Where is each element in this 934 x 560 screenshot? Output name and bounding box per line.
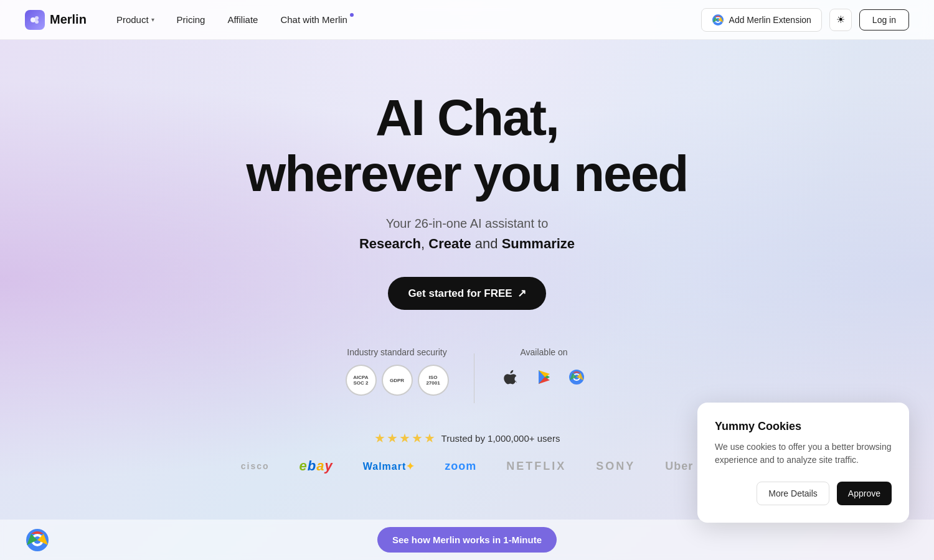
login-button[interactable]: Log in bbox=[859, 9, 909, 30]
chrome-icon bbox=[712, 14, 724, 26]
bottom-bar: See how Merlin works in 1-Minute bbox=[0, 520, 934, 560]
nav-link-affiliate[interactable]: Affiliate bbox=[217, 9, 268, 30]
see-how-button[interactable]: See how Merlin works in 1-Minute bbox=[377, 527, 557, 553]
trusted-text: Trusted by 1,000,000+ users bbox=[441, 433, 560, 444]
netflix-logo: NETFLIX bbox=[506, 460, 566, 473]
more-details-button[interactable]: More Details bbox=[757, 482, 829, 505]
chrome-icon-bottom bbox=[25, 528, 50, 555]
available-label: Available on bbox=[520, 347, 567, 357]
approve-button[interactable]: Approve bbox=[837, 482, 892, 505]
svg-point-2 bbox=[35, 20, 39, 24]
star-rating: ★★★★★ bbox=[374, 431, 436, 446]
security-label: Industry standard security bbox=[347, 347, 446, 357]
stars-row: ★★★★★ Trusted by 1,000,000+ users bbox=[374, 431, 560, 446]
iso-badge: ISO27001 bbox=[418, 365, 449, 396]
zoom-logo: zoom bbox=[445, 460, 476, 473]
cisco-logo: cisco bbox=[241, 461, 270, 471]
chrome-extension-icon bbox=[564, 365, 589, 390]
cookie-title: Yummy Cookies bbox=[715, 420, 892, 433]
sun-icon: ☀ bbox=[836, 14, 845, 26]
nav-links: Product ▾ Pricing Affiliate Chat with Me… bbox=[106, 9, 357, 30]
chevron-down-icon: ▾ bbox=[151, 16, 154, 23]
platform-icons bbox=[499, 365, 589, 390]
hero-title: AI Chat, wherever you need bbox=[247, 90, 688, 202]
logo-text: Merlin bbox=[50, 12, 87, 27]
nav-left: Merlin Product ▾ Pricing Affiliate Chat … bbox=[25, 9, 357, 30]
get-started-button[interactable]: Get started for FREE ↗ bbox=[388, 277, 545, 310]
arrow-icon: ↗ bbox=[517, 287, 526, 300]
hero-subtitle: Your 26-in-one AI assistant to bbox=[386, 217, 549, 231]
ebay-logo: ebay bbox=[300, 458, 333, 474]
available-block: Available on bbox=[499, 347, 589, 390]
svg-point-0 bbox=[31, 17, 35, 22]
walmart-logo: Walmart✦ bbox=[363, 460, 415, 472]
security-badges: AICPASOC 2 GDPR ISO27001 bbox=[346, 365, 449, 396]
nav-right: Add Merlin Extension ☀ Log in bbox=[701, 8, 909, 32]
uber-logo: Uber bbox=[665, 460, 693, 473]
soc2-badge: AICPASOC 2 bbox=[346, 365, 377, 396]
section-divider bbox=[474, 353, 474, 403]
cookie-popup: Yummy Cookies We use cookies to offer yo… bbox=[697, 403, 909, 523]
svg-point-1 bbox=[35, 16, 39, 20]
trust-section: Industry standard security AICPASOC 2 GD… bbox=[346, 347, 589, 403]
navbar: Merlin Product ▾ Pricing Affiliate Chat … bbox=[0, 0, 934, 40]
cookie-text: We use cookies to offer you a better bro… bbox=[715, 441, 892, 467]
nav-link-product[interactable]: Product ▾ bbox=[106, 9, 164, 30]
nav-link-pricing[interactable]: Pricing bbox=[167, 9, 215, 30]
theme-toggle-button[interactable]: ☀ bbox=[829, 9, 852, 31]
logo-icon bbox=[25, 10, 45, 30]
company-logos: cisco ebay Walmart✦ zoom NETFLIX SONY Ub… bbox=[204, 446, 731, 487]
google-play-icon bbox=[532, 365, 557, 390]
hero-features: Research, Create and Summarize bbox=[359, 236, 575, 252]
apple-icon bbox=[499, 365, 524, 390]
sony-logo: SONY bbox=[596, 460, 635, 473]
security-block: Industry standard security AICPASOC 2 GD… bbox=[346, 347, 449, 396]
gdpr-badge: GDPR bbox=[382, 365, 413, 396]
nav-link-chat[interactable]: Chat with Merlin bbox=[270, 9, 357, 30]
add-extension-button[interactable]: Add Merlin Extension bbox=[701, 8, 822, 32]
cookie-actions: More Details Approve bbox=[715, 482, 892, 505]
logo[interactable]: Merlin bbox=[25, 10, 87, 30]
